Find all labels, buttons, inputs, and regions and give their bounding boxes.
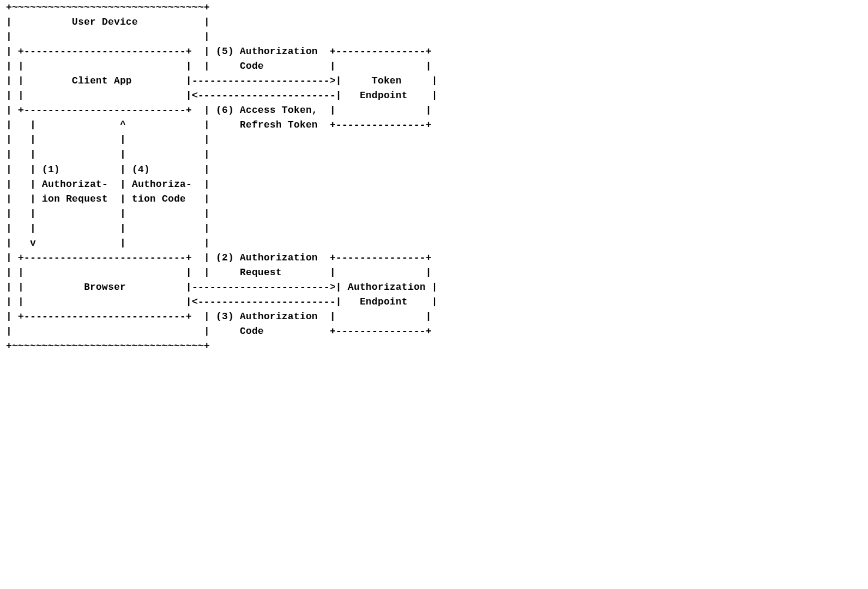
- oauth-ascii-diagram: +~~~~~~~~~~~~~~~~~~~~~~~~~~~~~~~~+ | Use…: [0, 0, 868, 353]
